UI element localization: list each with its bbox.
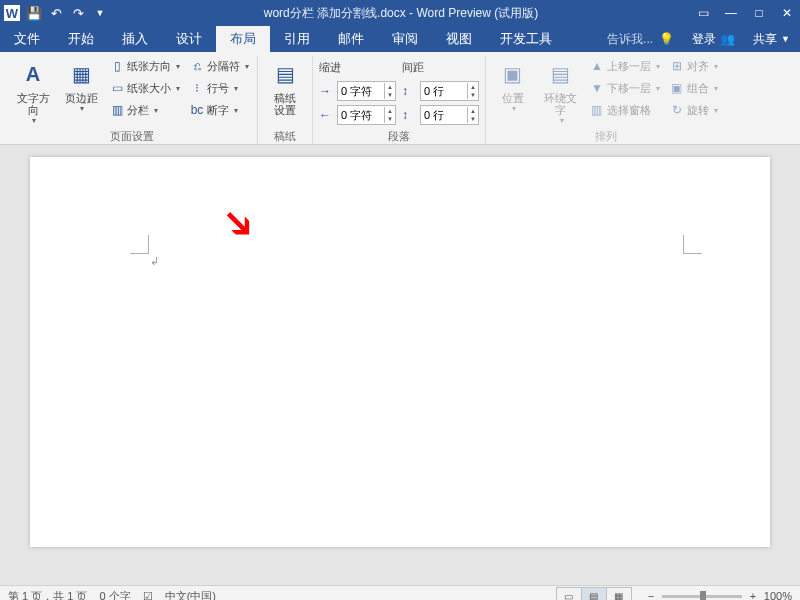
lightbulb-icon: 💡 <box>659 32 674 46</box>
tab-references[interactable]: 引用 <box>270 26 324 52</box>
tab-mailings[interactable]: 邮件 <box>324 26 378 52</box>
space-before-icon: ↕ <box>402 84 416 98</box>
send-backward-label: 下移一层 <box>607 81 651 96</box>
size-icon: ▭ <box>110 81 124 95</box>
undo-icon[interactable]: ↶ <box>48 5 64 21</box>
indent-left-input[interactable] <box>338 85 384 97</box>
rotate-icon: ↻ <box>670 103 684 117</box>
size-button[interactable]: ▭纸张大小 <box>108 78 182 98</box>
tell-me-text: 告诉我... <box>607 31 653 48</box>
align-label: 对齐 <box>687 59 709 74</box>
maximize-icon[interactable]: □ <box>750 4 768 22</box>
tab-view[interactable]: 视图 <box>432 26 486 52</box>
selection-pane-icon: ▥ <box>590 103 604 117</box>
space-before-input[interactable] <box>421 85 467 97</box>
web-layout-icon[interactable]: ▦ <box>606 587 632 600</box>
document-page[interactable]: ↲ <box>30 157 770 547</box>
breaks-icon: ⎌ <box>190 59 204 73</box>
line-numbers-icon: ⁝ <box>190 81 204 95</box>
group-page-setup: A 文字方向 ▦ 页边距 ▯纸张方向 ▭纸张大小 ▥分栏 ⎌分隔符 ⁝行号 bc… <box>6 56 258 144</box>
manuscript-settings-button[interactable]: ▤ 稿纸 设置 <box>264 56 306 116</box>
share-button[interactable]: 共享 ▼ <box>743 26 800 52</box>
zoom-thumb[interactable] <box>700 591 706 601</box>
ribbon-options-icon[interactable]: ▭ <box>694 4 712 22</box>
down-icon[interactable]: ▼ <box>468 91 478 99</box>
up-icon[interactable]: ▲ <box>468 107 478 115</box>
line-numbers-button[interactable]: ⁝行号 <box>188 78 251 98</box>
down-icon[interactable]: ▼ <box>385 91 395 99</box>
position-button[interactable]: ▣ 位置 <box>492 56 534 113</box>
group-manuscript-label: 稿纸 <box>264 128 306 144</box>
redo-icon[interactable]: ↷ <box>70 5 86 21</box>
wrap-label: 环绕文字 <box>540 92 582 116</box>
minimize-icon[interactable]: — <box>722 4 740 22</box>
send-backward-icon: ▼ <box>590 81 604 95</box>
print-layout-icon[interactable]: ▤ <box>581 587 607 600</box>
tab-design[interactable]: 设计 <box>162 26 216 52</box>
qat-customize-icon[interactable]: ▼ <box>92 5 108 21</box>
user-icon: 👥 <box>720 32 735 46</box>
tab-layout[interactable]: 布局 <box>216 26 270 52</box>
bring-forward-button[interactable]: ▲上移一层 <box>588 56 662 76</box>
space-after-input[interactable] <box>421 109 467 121</box>
tab-insert[interactable]: 插入 <box>108 26 162 52</box>
window-title: word分栏 添加分割线.docx - Word Preview (试用版) <box>116 5 686 22</box>
read-mode-icon[interactable]: ▭ <box>556 587 582 600</box>
zoom-slider[interactable] <box>662 595 742 598</box>
indent-right-input[interactable] <box>338 109 384 121</box>
space-before-spinner[interactable]: ▲▼ <box>420 81 479 101</box>
down-icon[interactable]: ▼ <box>385 115 395 123</box>
document-area: ↲ ➔ <box>0 145 800 585</box>
line-numbers-label: 行号 <box>207 81 229 96</box>
save-icon[interactable]: 💾 <box>26 5 42 21</box>
group-obj-label: 组合 <box>687 81 709 96</box>
indent-right-icon: ← <box>319 108 333 122</box>
tab-file[interactable]: 文件 <box>0 26 54 52</box>
up-icon[interactable]: ▲ <box>468 83 478 91</box>
rotate-button[interactable]: ↻旋转 <box>668 100 720 120</box>
columns-button[interactable]: ▥分栏 <box>108 100 182 120</box>
tab-review[interactable]: 审阅 <box>378 26 432 52</box>
signin-button[interactable]: 登录 👥 <box>684 26 743 52</box>
down-icon[interactable]: ▼ <box>468 115 478 123</box>
margins-button[interactable]: ▦ 页边距 <box>60 56 102 113</box>
align-button[interactable]: ⊞对齐 <box>668 56 720 76</box>
orientation-label: 纸张方向 <box>127 59 171 74</box>
group-page-setup-label: 页面设置 <box>12 128 251 144</box>
zoom-in-button[interactable]: + <box>746 590 760 600</box>
orientation-button[interactable]: ▯纸张方向 <box>108 56 182 76</box>
manuscript-icon: ▤ <box>269 58 301 90</box>
columns-label: 分栏 <box>127 103 149 118</box>
margins-label: 页边距 <box>65 92 98 104</box>
text-direction-button[interactable]: A 文字方向 <box>12 56 54 125</box>
wrap-text-button[interactable]: ▤ 环绕文字 <box>540 56 582 125</box>
indent-right-spinner[interactable]: ▲▼ <box>337 105 396 125</box>
up-icon[interactable]: ▲ <box>385 83 395 91</box>
up-icon[interactable]: ▲ <box>385 107 395 115</box>
zoom-out-button[interactable]: − <box>644 590 658 600</box>
zoom-level[interactable]: 100% <box>764 590 792 600</box>
proofing-icon[interactable]: ☑ <box>143 590 153 601</box>
hyphenation-button[interactable]: bc断字 <box>188 100 251 120</box>
hyphenation-label: 断字 <box>207 103 229 118</box>
page-status[interactable]: 第 1 页，共 1 页 <box>8 589 87 601</box>
send-backward-button[interactable]: ▼下移一层 <box>588 78 662 98</box>
indent-left-spinner[interactable]: ▲▼ <box>337 81 396 101</box>
word-count[interactable]: 0 个字 <box>99 589 130 601</box>
ribbon-tabs: 文件 开始 插入 设计 布局 引用 邮件 审阅 视图 开发工具 告诉我... 💡… <box>0 26 800 52</box>
space-after-spinner[interactable]: ▲▼ <box>420 105 479 125</box>
tell-me-box[interactable]: 告诉我... 💡 <box>597 26 684 52</box>
tab-home[interactable]: 开始 <box>54 26 108 52</box>
group-button[interactable]: ▣组合 <box>668 78 720 98</box>
breaks-button[interactable]: ⎌分隔符 <box>188 56 251 76</box>
language-status[interactable]: 中文(中国) <box>165 589 216 601</box>
chevron-down-icon: ▼ <box>781 34 790 44</box>
tab-developer[interactable]: 开发工具 <box>486 26 566 52</box>
margins-icon: ▦ <box>65 58 97 90</box>
selection-pane-button[interactable]: ▥选择窗格 <box>588 100 662 120</box>
close-icon[interactable]: ✕ <box>778 4 796 22</box>
margin-corner-tl <box>130 235 149 254</box>
bring-forward-label: 上移一层 <box>607 59 651 74</box>
breaks-label: 分隔符 <box>207 59 240 74</box>
wrap-icon: ▤ <box>545 58 577 90</box>
